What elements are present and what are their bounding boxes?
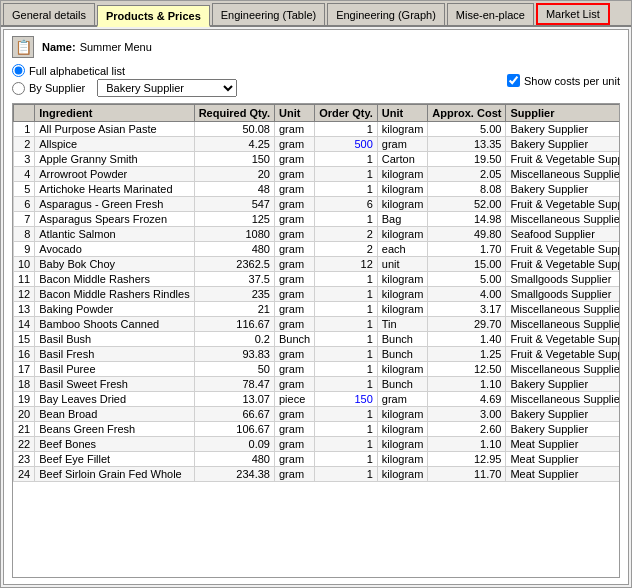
name-label: Name: (42, 41, 76, 53)
show-costs-label: Show costs per unit (524, 75, 620, 87)
menu-icon: 📋 (12, 36, 34, 58)
table-row: 3Apple Granny Smith150gram1Carton19.50Fr… (14, 152, 621, 167)
name-row: 📋 Name: Summer Menu (12, 36, 620, 58)
table-row: 23Beef Eye Fillet480gram1kilogram12.95Me… (14, 452, 621, 467)
table-row: 4Arrowroot Powder20gram1kilogram2.05Misc… (14, 167, 621, 182)
col-header-unit: Unit (274, 105, 314, 122)
tab-market-list[interactable]: Market List (536, 3, 610, 25)
table-row: 14Bamboo Shoots Canned116.67gram1Tin29.7… (14, 317, 621, 332)
table-row: 11Bacon Middle Rashers37.5gram1kilogram5… (14, 272, 621, 287)
supplier-select[interactable]: Bakery Supplier Fruit & Vegetable Suppli… (97, 79, 237, 97)
tab-products[interactable]: Products & Prices (97, 5, 210, 27)
col-header-num (14, 105, 35, 122)
table-row: 9Avocado480gram2each1.70Fruit & Vegetabl… (14, 242, 621, 257)
table-body: 1All Purpose Asian Paste50.08gram1kilogr… (14, 122, 621, 482)
ingredients-table-container[interactable]: Ingredient Required Qty. Unit Order Qty.… (12, 103, 620, 578)
table-row: 7Asparagus Spears Frozen125gram1Bag14.98… (14, 212, 621, 227)
tab-engineering-table[interactable]: Engineering (Table) (212, 3, 325, 25)
table-row: 18Basil Sweet Fresh78.47gram1Bunch1.10Ba… (14, 377, 621, 392)
table-row: 21Beans Green Fresh106.67gram1kilogram2.… (14, 422, 621, 437)
list-type-radio-group: Full alphabetical list By Supplier Baker… (12, 64, 237, 97)
col-header-supplier: Supplier (506, 105, 620, 122)
radio-by-supplier[interactable]: By Supplier Bakery Supplier Fruit & Vege… (12, 79, 237, 97)
table-row: 8Atlantic Salmon1080gram2kilogram49.80Se… (14, 227, 621, 242)
content-area: 📋 Name: Summer Menu Full alphabetical li… (3, 29, 629, 585)
table-row: 24Beef Sirloin Grain Fed Whole234.38gram… (14, 467, 621, 482)
col-header-order-qty: Order Qty. (315, 105, 378, 122)
table-header-row: Ingredient Required Qty. Unit Order Qty.… (14, 105, 621, 122)
col-header-ingredient: Ingredient (35, 105, 194, 122)
show-costs-row: Show costs per unit (507, 74, 620, 87)
supplier-dropdown[interactable]: Bakery Supplier Fruit & Vegetable Suppli… (97, 79, 237, 97)
col-header-req-qty: Required Qty. (194, 105, 274, 122)
show-costs-checkbox[interactable] (507, 74, 520, 87)
tab-bar: General details Products & Prices Engine… (1, 1, 631, 27)
table-row: 12Bacon Middle Rashers Rindles235gram1ki… (14, 287, 621, 302)
table-row: 22Beef Bones0.09gram1kilogram1.10Meat Su… (14, 437, 621, 452)
tab-mise[interactable]: Mise-en-place (447, 3, 534, 25)
table-row: 2Allspice4.25gram500gram13.35Bakery Supp… (14, 137, 621, 152)
table-row: 13Baking Powder21gram1kilogram3.17Miscel… (14, 302, 621, 317)
table-row: 1All Purpose Asian Paste50.08gram1kilogr… (14, 122, 621, 137)
table-row: 5Artichoke Hearts Marinated48gram1kilogr… (14, 182, 621, 197)
table-row: 15Basil Bush0.2Bunch1Bunch1.40Fruit & Ve… (14, 332, 621, 347)
table-row: 17Basil Puree50gram1kilogram12.50Miscell… (14, 362, 621, 377)
table-row: 16Basil Fresh93.83gram1Bunch1.25Fruit & … (14, 347, 621, 362)
table-row: 6Asparagus - Green Fresh547gram6kilogram… (14, 197, 621, 212)
name-value: Summer Menu (80, 41, 152, 53)
main-window: General details Products & Prices Engine… (0, 0, 632, 588)
tab-engineering-graph[interactable]: Engineering (Graph) (327, 3, 445, 25)
ingredients-table: Ingredient Required Qty. Unit Order Qty.… (13, 104, 620, 482)
col-header-approx-cost: Approx. Cost (428, 105, 506, 122)
radio-full-list[interactable]: Full alphabetical list (12, 64, 237, 77)
table-row: 19Bay Leaves Dried13.07piece150gram4.69M… (14, 392, 621, 407)
col-header-order-unit: Unit (377, 105, 428, 122)
tab-general[interactable]: General details (3, 3, 95, 25)
table-row: 20Bean Broad66.67gram1kilogram3.00Bakery… (14, 407, 621, 422)
table-row: 10Baby Bok Choy2362.5gram12unit15.00Frui… (14, 257, 621, 272)
